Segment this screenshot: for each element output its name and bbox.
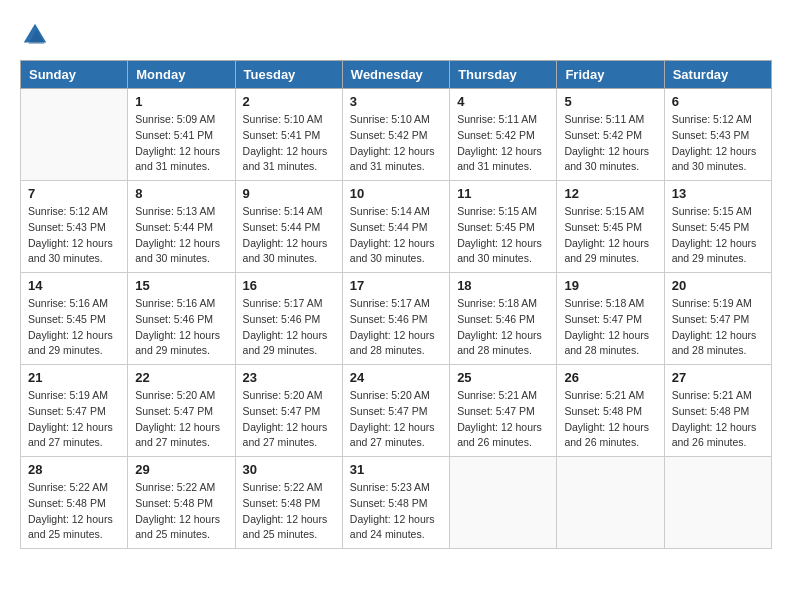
calendar-cell: 17Sunrise: 5:17 AMSunset: 5:46 PMDayligh… xyxy=(342,273,449,365)
calendar-cell: 20Sunrise: 5:19 AMSunset: 5:47 PMDayligh… xyxy=(664,273,771,365)
day-info: Sunrise: 5:14 AMSunset: 5:44 PMDaylight:… xyxy=(350,204,442,267)
calendar-cell: 27Sunrise: 5:21 AMSunset: 5:48 PMDayligh… xyxy=(664,365,771,457)
weekday-header: Monday xyxy=(128,61,235,89)
calendar-cell: 1Sunrise: 5:09 AMSunset: 5:41 PMDaylight… xyxy=(128,89,235,181)
weekday-header: Sunday xyxy=(21,61,128,89)
day-info: Sunrise: 5:15 AMSunset: 5:45 PMDaylight:… xyxy=(457,204,549,267)
day-info: Sunrise: 5:20 AMSunset: 5:47 PMDaylight:… xyxy=(243,388,335,451)
day-info: Sunrise: 5:14 AMSunset: 5:44 PMDaylight:… xyxy=(243,204,335,267)
day-number: 8 xyxy=(135,186,227,201)
day-info: Sunrise: 5:19 AMSunset: 5:47 PMDaylight:… xyxy=(28,388,120,451)
calendar-cell: 9Sunrise: 5:14 AMSunset: 5:44 PMDaylight… xyxy=(235,181,342,273)
day-number: 6 xyxy=(672,94,764,109)
page-header xyxy=(20,20,772,50)
weekday-header-row: SundayMondayTuesdayWednesdayThursdayFrid… xyxy=(21,61,772,89)
calendar-cell: 13Sunrise: 5:15 AMSunset: 5:45 PMDayligh… xyxy=(664,181,771,273)
day-number: 17 xyxy=(350,278,442,293)
day-number: 29 xyxy=(135,462,227,477)
day-number: 22 xyxy=(135,370,227,385)
calendar-cell xyxy=(557,457,664,549)
calendar-week-row: 28Sunrise: 5:22 AMSunset: 5:48 PMDayligh… xyxy=(21,457,772,549)
calendar-cell: 30Sunrise: 5:22 AMSunset: 5:48 PMDayligh… xyxy=(235,457,342,549)
day-number: 18 xyxy=(457,278,549,293)
calendar-cell: 12Sunrise: 5:15 AMSunset: 5:45 PMDayligh… xyxy=(557,181,664,273)
calendar-cell: 7Sunrise: 5:12 AMSunset: 5:43 PMDaylight… xyxy=(21,181,128,273)
logo-icon xyxy=(20,20,50,50)
day-number: 4 xyxy=(457,94,549,109)
day-number: 31 xyxy=(350,462,442,477)
day-info: Sunrise: 5:15 AMSunset: 5:45 PMDaylight:… xyxy=(564,204,656,267)
day-info: Sunrise: 5:16 AMSunset: 5:46 PMDaylight:… xyxy=(135,296,227,359)
day-number: 10 xyxy=(350,186,442,201)
calendar-cell: 26Sunrise: 5:21 AMSunset: 5:48 PMDayligh… xyxy=(557,365,664,457)
day-info: Sunrise: 5:19 AMSunset: 5:47 PMDaylight:… xyxy=(672,296,764,359)
day-info: Sunrise: 5:17 AMSunset: 5:46 PMDaylight:… xyxy=(350,296,442,359)
calendar-cell: 16Sunrise: 5:17 AMSunset: 5:46 PMDayligh… xyxy=(235,273,342,365)
day-number: 21 xyxy=(28,370,120,385)
day-number: 5 xyxy=(564,94,656,109)
calendar-week-row: 21Sunrise: 5:19 AMSunset: 5:47 PMDayligh… xyxy=(21,365,772,457)
weekday-header: Saturday xyxy=(664,61,771,89)
day-number: 13 xyxy=(672,186,764,201)
calendar-cell: 4Sunrise: 5:11 AMSunset: 5:42 PMDaylight… xyxy=(450,89,557,181)
day-number: 1 xyxy=(135,94,227,109)
day-info: Sunrise: 5:10 AMSunset: 5:41 PMDaylight:… xyxy=(243,112,335,175)
day-info: Sunrise: 5:20 AMSunset: 5:47 PMDaylight:… xyxy=(135,388,227,451)
day-info: Sunrise: 5:11 AMSunset: 5:42 PMDaylight:… xyxy=(564,112,656,175)
day-number: 2 xyxy=(243,94,335,109)
day-number: 14 xyxy=(28,278,120,293)
calendar-week-row: 14Sunrise: 5:16 AMSunset: 5:45 PMDayligh… xyxy=(21,273,772,365)
calendar-table: SundayMondayTuesdayWednesdayThursdayFrid… xyxy=(20,60,772,549)
day-info: Sunrise: 5:22 AMSunset: 5:48 PMDaylight:… xyxy=(243,480,335,543)
calendar-cell: 14Sunrise: 5:16 AMSunset: 5:45 PMDayligh… xyxy=(21,273,128,365)
day-number: 30 xyxy=(243,462,335,477)
day-number: 15 xyxy=(135,278,227,293)
weekday-header: Wednesday xyxy=(342,61,449,89)
calendar-cell xyxy=(664,457,771,549)
day-info: Sunrise: 5:09 AMSunset: 5:41 PMDaylight:… xyxy=(135,112,227,175)
calendar-week-row: 1Sunrise: 5:09 AMSunset: 5:41 PMDaylight… xyxy=(21,89,772,181)
day-info: Sunrise: 5:18 AMSunset: 5:46 PMDaylight:… xyxy=(457,296,549,359)
day-number: 3 xyxy=(350,94,442,109)
day-number: 7 xyxy=(28,186,120,201)
day-info: Sunrise: 5:23 AMSunset: 5:48 PMDaylight:… xyxy=(350,480,442,543)
day-info: Sunrise: 5:11 AMSunset: 5:42 PMDaylight:… xyxy=(457,112,549,175)
calendar-cell: 28Sunrise: 5:22 AMSunset: 5:48 PMDayligh… xyxy=(21,457,128,549)
day-number: 9 xyxy=(243,186,335,201)
calendar-cell: 5Sunrise: 5:11 AMSunset: 5:42 PMDaylight… xyxy=(557,89,664,181)
calendar-cell xyxy=(21,89,128,181)
day-number: 26 xyxy=(564,370,656,385)
calendar-cell: 22Sunrise: 5:20 AMSunset: 5:47 PMDayligh… xyxy=(128,365,235,457)
logo xyxy=(20,20,54,50)
day-info: Sunrise: 5:12 AMSunset: 5:43 PMDaylight:… xyxy=(672,112,764,175)
day-number: 16 xyxy=(243,278,335,293)
calendar-cell: 23Sunrise: 5:20 AMSunset: 5:47 PMDayligh… xyxy=(235,365,342,457)
calendar-cell: 8Sunrise: 5:13 AMSunset: 5:44 PMDaylight… xyxy=(128,181,235,273)
day-number: 20 xyxy=(672,278,764,293)
day-info: Sunrise: 5:16 AMSunset: 5:45 PMDaylight:… xyxy=(28,296,120,359)
calendar-cell: 24Sunrise: 5:20 AMSunset: 5:47 PMDayligh… xyxy=(342,365,449,457)
day-info: Sunrise: 5:22 AMSunset: 5:48 PMDaylight:… xyxy=(135,480,227,543)
calendar-cell: 15Sunrise: 5:16 AMSunset: 5:46 PMDayligh… xyxy=(128,273,235,365)
day-number: 25 xyxy=(457,370,549,385)
day-number: 23 xyxy=(243,370,335,385)
calendar-cell: 3Sunrise: 5:10 AMSunset: 5:42 PMDaylight… xyxy=(342,89,449,181)
day-info: Sunrise: 5:17 AMSunset: 5:46 PMDaylight:… xyxy=(243,296,335,359)
day-number: 19 xyxy=(564,278,656,293)
calendar-cell: 29Sunrise: 5:22 AMSunset: 5:48 PMDayligh… xyxy=(128,457,235,549)
day-info: Sunrise: 5:13 AMSunset: 5:44 PMDaylight:… xyxy=(135,204,227,267)
day-info: Sunrise: 5:15 AMSunset: 5:45 PMDaylight:… xyxy=(672,204,764,267)
day-info: Sunrise: 5:21 AMSunset: 5:47 PMDaylight:… xyxy=(457,388,549,451)
calendar-cell: 25Sunrise: 5:21 AMSunset: 5:47 PMDayligh… xyxy=(450,365,557,457)
calendar-cell xyxy=(450,457,557,549)
day-info: Sunrise: 5:10 AMSunset: 5:42 PMDaylight:… xyxy=(350,112,442,175)
calendar-cell: 19Sunrise: 5:18 AMSunset: 5:47 PMDayligh… xyxy=(557,273,664,365)
day-number: 27 xyxy=(672,370,764,385)
day-number: 12 xyxy=(564,186,656,201)
day-info: Sunrise: 5:18 AMSunset: 5:47 PMDaylight:… xyxy=(564,296,656,359)
calendar-cell: 10Sunrise: 5:14 AMSunset: 5:44 PMDayligh… xyxy=(342,181,449,273)
day-number: 11 xyxy=(457,186,549,201)
day-info: Sunrise: 5:22 AMSunset: 5:48 PMDaylight:… xyxy=(28,480,120,543)
day-info: Sunrise: 5:12 AMSunset: 5:43 PMDaylight:… xyxy=(28,204,120,267)
day-info: Sunrise: 5:21 AMSunset: 5:48 PMDaylight:… xyxy=(564,388,656,451)
